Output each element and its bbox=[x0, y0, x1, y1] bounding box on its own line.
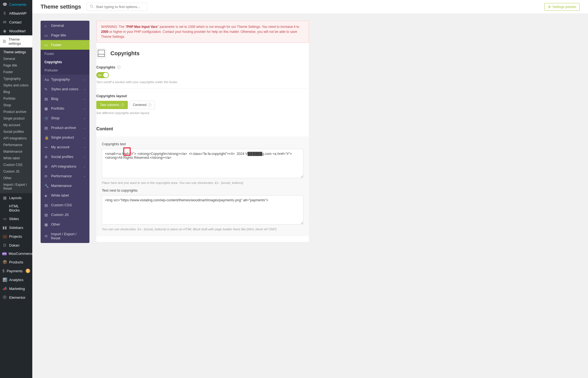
copyrights-text-input[interactable]: <small><a href="#"> <strong>Copyright</s… bbox=[102, 149, 303, 178]
tab-typography[interactable]: AaTypography⌄ bbox=[41, 75, 89, 84]
menu-analytics[interactable]: 📊Analytics bbox=[0, 275, 32, 284]
tab-sub-item-prefooter[interactable]: Prefooter bbox=[41, 66, 89, 75]
submenu-performance[interactable]: Performance bbox=[0, 142, 32, 148]
submenu-custom-js[interactable]: Custom JS bbox=[0, 168, 32, 175]
menu-dokan[interactable]: DDokan bbox=[0, 241, 32, 250]
menu-projects[interactable]: 💼Projects bbox=[0, 232, 32, 241]
menu-theme-settings[interactable]: Theme settings bbox=[0, 35, 32, 47]
tab-footer[interactable]: ▭Footer⌄ bbox=[41, 40, 89, 50]
menu-slides[interactable]: ▭Slides bbox=[0, 214, 32, 223]
tab-portfolio[interactable]: ▦Portfolio⌄ bbox=[41, 104, 89, 113]
tab-maintenance[interactable]: 🔧Maintenance bbox=[41, 181, 89, 191]
tab-label: Portfolio bbox=[51, 106, 64, 110]
tab-blog[interactable]: ▤Blog⌄ bbox=[41, 94, 89, 104]
menu-contact[interactable]: ✉Contact bbox=[0, 18, 32, 27]
help-icon[interactable]: ? bbox=[117, 65, 121, 69]
search-box[interactable] bbox=[87, 3, 147, 11]
tab-single-product[interactable]: 🔒Single product⌄ bbox=[41, 133, 89, 142]
wrench-icon: 🔧 bbox=[44, 184, 48, 188]
menu-label: Comments bbox=[9, 2, 27, 7]
tab-my-account[interactable]: ↪My account⌄ bbox=[41, 142, 89, 152]
submenu-typography[interactable]: Typography bbox=[0, 75, 32, 82]
menu-marketing[interactable]: 📣Marketing bbox=[0, 284, 32, 293]
chevron-down-icon: ⌄ bbox=[83, 97, 86, 100]
menu-woodmart[interactable]: ◉ WoodMart bbox=[0, 27, 32, 35]
submenu-my-account[interactable]: My account bbox=[0, 122, 32, 128]
submenu-general[interactable]: General bbox=[0, 55, 32, 62]
help-text: Set different copyrights section layout. bbox=[96, 111, 309, 115]
tab-label: Blog bbox=[51, 97, 58, 101]
wp-admin-sidebar: 💬CommentsôAffiliateWP✉Contact ◉ WoodMart… bbox=[0, 0, 32, 378]
tab-other[interactable]: ▦Other bbox=[41, 220, 89, 229]
tab-label: Shop bbox=[51, 116, 59, 120]
tab-api-integrations[interactable]: ⚙API integrations⌄ bbox=[41, 162, 89, 171]
field-label: Copyrights text bbox=[102, 142, 303, 146]
svg-point-3 bbox=[90, 5, 92, 7]
menu-sidebars[interactable]: ▮▮Sidebars bbox=[0, 223, 32, 232]
chevron-down-icon: ⌄ bbox=[83, 117, 86, 120]
help-icon[interactable]: ? bbox=[148, 103, 151, 107]
tab-label: Single product bbox=[51, 135, 74, 139]
submenu-portfolio[interactable]: Portfolio bbox=[0, 95, 32, 102]
copyrights-toggle[interactable]: ON bbox=[96, 72, 109, 78]
submenu-shop[interactable]: Shop bbox=[0, 102, 32, 109]
settings-presets-button[interactable]: ⚙ Settings presets bbox=[544, 3, 580, 11]
submenu-page-title[interactable]: Page title bbox=[0, 62, 32, 69]
submenu-product-archive[interactable]: Product archive bbox=[0, 109, 32, 115]
menu-woocommerce[interactable]: wooWooCommerce bbox=[0, 250, 32, 258]
menu-products[interactable]: 📦Products bbox=[0, 258, 32, 266]
submenu-social-profiles[interactable]: Social profiles bbox=[0, 128, 32, 135]
svg-rect-6 bbox=[98, 54, 105, 57]
submenu-styles-and-colors[interactable]: Styles and colors bbox=[0, 82, 32, 89]
tab-social-profiles[interactable]: ⚙Social profiles⌄ bbox=[41, 152, 89, 162]
menu-elementor[interactable]: ⓔElementor bbox=[0, 293, 32, 302]
menu-label: Theme settings bbox=[9, 37, 30, 46]
tab-product-archive[interactable]: ▤Product archive⌄ bbox=[41, 123, 89, 133]
tab-custom-js[interactable]: ▤Custom JS bbox=[41, 210, 89, 220]
submenu-single-product[interactable]: Single product bbox=[0, 115, 32, 122]
tab-import-export-reset[interactable]: ⟲Import / Export / Reset bbox=[41, 229, 89, 243]
chevron-down-icon: ⌄ bbox=[83, 175, 86, 178]
layout-options: Two columns ? Centered ? bbox=[96, 101, 309, 109]
tab-shop[interactable]: 🛒Shop⌄ bbox=[41, 113, 89, 123]
field-copyrights-toggle: Copyrights ? ON Turn on/off a section wi… bbox=[96, 65, 309, 89]
menu-payments[interactable]: $Payments1 bbox=[0, 266, 32, 275]
tab-sub-item-copyrights[interactable]: Copyrights bbox=[41, 58, 89, 66]
settings-tabs: ⌂General▭Page title▭Footer⌄FooterCopyrig… bbox=[41, 21, 89, 243]
submenu-custom-css[interactable]: Custom CSS bbox=[0, 162, 32, 168]
tab-sub-item-footer[interactable]: Footer bbox=[41, 50, 89, 58]
warning-box: WARNING: The "PHP Max Input Vars" parame… bbox=[96, 21, 309, 43]
tab-label: Maintenance bbox=[51, 184, 71, 188]
search-input[interactable] bbox=[96, 5, 144, 9]
submenu-import-export-reset[interactable]: Import / Export / Reset bbox=[0, 181, 32, 192]
menu-label: Elementor bbox=[9, 295, 25, 300]
menu-layouts[interactable]: ▦Layouts bbox=[0, 193, 32, 202]
submenu-other[interactable]: Other bbox=[0, 175, 32, 181]
help-icon[interactable]: ? bbox=[121, 103, 124, 107]
tab-general[interactable]: ⌂General bbox=[41, 21, 89, 30]
lock-icon: 🔒 bbox=[44, 136, 48, 139]
submenu-blog[interactable]: Blog bbox=[0, 89, 32, 95]
submenu-footer[interactable]: Footer bbox=[0, 69, 32, 75]
tab-performance[interactable]: ⟳Performance⌄ bbox=[41, 171, 89, 181]
menu-comments[interactable]: 💬Comments bbox=[0, 0, 32, 9]
tab-white-label[interactable]: ◈White label bbox=[41, 191, 89, 200]
tab-page-title[interactable]: ▭Page title bbox=[41, 30, 89, 40]
text-next-copyrights-input[interactable]: <img src="https://www.vistating.com/wp-c… bbox=[102, 195, 303, 224]
option-centered[interactable]: Centered ? bbox=[129, 101, 155, 109]
submenu-white-label[interactable]: White label bbox=[0, 155, 32, 162]
submenu-api-integrations[interactable]: API integrations bbox=[0, 135, 32, 142]
topbar: Theme settings ⚙ Settings presets bbox=[32, 0, 588, 14]
option-two-columns[interactable]: Two columns ? bbox=[96, 101, 128, 109]
menu-label: Contact bbox=[9, 20, 22, 24]
submenu-theme-settings[interactable]: Theme settings bbox=[0, 49, 32, 55]
menu-html-blocks[interactable]: HTML Blocks bbox=[0, 202, 32, 214]
submenu-maintenance[interactable]: Maintenance bbox=[0, 148, 32, 155]
badge: 1 bbox=[26, 269, 30, 273]
sidebars-icon: ▮▮ bbox=[2, 225, 7, 230]
menu-affiliatewp[interactable]: ôAffiliateWP bbox=[0, 9, 32, 18]
tab-custom-css[interactable]: ▤Custom CSS bbox=[41, 200, 89, 210]
main-area: Theme settings ⚙ Settings presets ⌂Gener… bbox=[32, 0, 588, 378]
tab-styles-and-colors[interactable]: ✎Styles and colors⌄ bbox=[41, 84, 89, 94]
menu-label: WooCommerce bbox=[9, 252, 33, 256]
